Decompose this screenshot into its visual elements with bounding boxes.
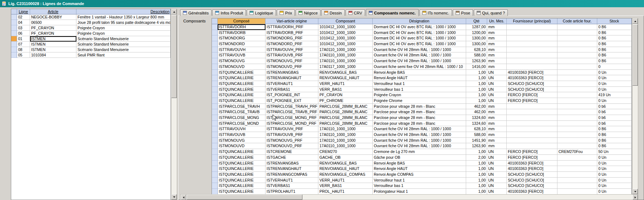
cell-ligne[interactable]: 02 <box>17 14 30 20</box>
cell-designation[interactable]: Poignée Crayon <box>373 92 466 98</box>
component-row[interactable]: ISTQUINCAILLERIEISTPROLHAUT1PROL_HAUT1Pr… <box>212 189 632 195</box>
cell-stock[interactable]: 0 B6 <box>597 41 632 47</box>
cell-qte[interactable]: 1287,00 <box>466 24 487 30</box>
cell-vari-article-origine[interactable]: ISTPARCLOSE_MOND_PRF <box>265 121 318 127</box>
cell-designation[interactable]: Ouvrant fiche OV HI 28mm RAL : 1000 / 10… <box>373 132 466 138</box>
cell-qte[interactable]: 588,00 <box>466 52 487 58</box>
cell-designation[interactable]: Ouvrant fiche OV HI 28mm RAL : 1000 / 10… <box>373 126 466 132</box>
cell-qte[interactable]: 1263,90 <box>466 143 487 149</box>
cell-code-article-four[interactable] <box>557 183 597 189</box>
cell-ligne[interactable]: 05 <box>17 52 30 58</box>
cell-designation[interactable]: Renvoi Angle HAUT <box>373 75 466 81</box>
cell-un-mes[interactable]: mm <box>487 30 507 36</box>
cell-description[interactable]: Poignée Crayon <box>76 31 171 36</box>
cell-fournisseur-principal[interactable]: SCHUCO [SCHUCO] <box>507 172 557 178</box>
order-line-row[interactable]: 0406500Joue 28 profil talon 95 sans patt… <box>11 20 171 25</box>
cell-composant[interactable]: RENVOIANGLE_HAUT <box>318 75 373 81</box>
cell-qte[interactable]: 628,10 <box>466 47 487 53</box>
cell-fournisseur-principal[interactable] <box>507 121 557 127</box>
cell-vari-article-origine[interactable]: ISTMONOUVG_PRF <box>265 138 318 144</box>
cell-code-article-four[interactable] <box>557 58 597 64</box>
cell-stock[interactable]: 0 Un <box>597 155 632 161</box>
cell-stock[interactable]: 0 B6 <box>597 126 632 132</box>
cell-un-mes[interactable]: UN <box>487 81 507 87</box>
tab-negoce[interactable]: Négoce <box>296 9 321 16</box>
cell-qte[interactable]: 1,00 <box>466 92 487 98</box>
tab-logistique[interactable]: Logistique <box>247 9 276 16</box>
tab-crv[interactable]: CRV <box>346 9 365 16</box>
cell-qte[interactable]: 1,00 <box>466 161 487 166</box>
cell-stock[interactable]: 0 B6 <box>597 143 632 149</box>
cell-composant[interactable]: 1010412_1000_1000 <box>318 35 373 41</box>
cell-composant[interactable]: 1010412_1000_1000 <box>318 41 373 47</box>
cell-qte[interactable]: 1416,00 <box>466 64 487 70</box>
cell-qte[interactable]: 1,00 <box>466 81 487 87</box>
cell-designation[interactable]: Ouvrant fiche OV HI 28mm RAL : 1000 / 10… <box>373 52 466 58</box>
cell-designation[interactable]: Dormant DC HI OV avec BTC RAL : 1000 / 1… <box>373 24 466 30</box>
cell-description[interactable]: Seuil PMR filant <box>76 52 171 58</box>
cell-un-mes[interactable]: mm <box>487 143 507 149</box>
row-selector[interactable] <box>11 20 17 25</box>
cell-stock[interactable]: 0 B6 <box>597 52 632 58</box>
row-selector[interactable] <box>212 24 218 30</box>
cell-code-article-four[interactable] <box>557 24 597 30</box>
cell-composant[interactable]: PF_CRAYON <box>318 92 373 98</box>
component-row[interactable]: ISTMONDORGISTMONDORG_PRF1010412_1000_100… <box>212 35 632 41</box>
cell-stock[interactable]: 0 B6 <box>597 24 632 30</box>
cell-qte[interactable]: 2,00 <box>466 155 487 161</box>
row-selector[interactable] <box>212 161 218 166</box>
cell-un-mes[interactable]: UN <box>487 189 507 195</box>
cell-vari-article-origine[interactable]: ISTTRAVOUVH_PRF <box>265 126 318 132</box>
cell-fournisseur-principal[interactable] <box>507 41 557 47</box>
cell-compose[interactable]: ISTMONDORG <box>218 35 265 41</box>
cell-vari-article-origine[interactable]: ISTRENVANGBAS <box>265 70 318 76</box>
column-header-code-article-four[interactable]: Code article four. <box>557 18 597 24</box>
cell-description[interactable]: Scénario Standard Menuiserie <box>76 42 171 47</box>
cell-compose[interactable]: ISTQUINCAILLERIE <box>218 189 265 195</box>
cell-composant[interactable]: 17A0110_1000_1000 <box>318 138 373 144</box>
row-selector[interactable] <box>11 42 17 47</box>
title-bar[interactable]: Lig. C231100028 : Lignes de Commande <box>0 0 644 7</box>
cell-qte[interactable]: 628,10 <box>466 126 487 132</box>
cell-qte[interactable]: 462,00 <box>466 104 487 110</box>
cell-code-article-four[interactable] <box>557 161 597 166</box>
cell-vari-article-origine[interactable]: ISTMONDORG_PRF <box>265 35 318 41</box>
cell-compose[interactable]: ISTTRAVDORB <box>218 30 265 36</box>
cell-ligne[interactable]: 07 <box>17 42 30 47</box>
cell-qte[interactable]: 1300,00 <box>466 41 487 47</box>
cell-vari-article-origine[interactable]: ISTTRAVDORB_PRF <box>265 30 318 36</box>
cell-qte[interactable]: 1324,60 <box>466 115 487 121</box>
component-row[interactable]: ISTQUINCAILLERIEISTRENVANGCOMPASRENVOIAN… <box>212 172 632 178</box>
component-row[interactable]: ISTMONOUVGISTMONOUVG_PRF17A0110_1000_100… <box>212 58 632 64</box>
tab-generalites[interactable]: Généralités <box>180 9 212 16</box>
cell-stock[interactable]: 0 b6 <box>597 109 632 115</box>
cell-stock[interactable]: 0 B6 <box>597 47 632 53</box>
cell-fournisseur-principal[interactable]: FERCO [FERCO] <box>507 92 557 98</box>
cell-stock[interactable]: 0 b6 <box>597 104 632 110</box>
scrollbar-thumb[interactable] <box>171 15 177 98</box>
tab-its-nomenc[interactable]: ITs nomenc. <box>419 9 452 16</box>
cell-vari-article-origine[interactable]: ISTPARCLOSE_TRAVB_PRF <box>265 109 318 115</box>
cell-qte[interactable]: 1,00 <box>466 172 487 178</box>
row-selector[interactable] <box>212 87 218 93</box>
cell-compose[interactable]: ISTMONOUVG <box>218 138 265 144</box>
cell-stock[interactable]: 50 Un <box>597 149 632 155</box>
cell-designation[interactable]: Renvoi Angle BAS <box>373 161 466 166</box>
cell-compose[interactable]: ISTPARCLOSE_TRAVH <box>218 104 265 110</box>
cell-compose[interactable]: ISTQUINCAILLERIE <box>218 92 265 98</box>
cell-fournisseur-principal[interactable] <box>507 132 557 138</box>
component-row[interactable]: ISTMONDORDISTMONDORD_PRF1010412_1000_100… <box>212 41 632 47</box>
cell-fournisseur-principal[interactable] <box>507 47 557 53</box>
cell-qte[interactable]: 1324,60 <box>466 121 487 127</box>
cell-compose[interactable]: ISTQUINCAILLERIE <box>218 149 265 155</box>
cell-fournisseur-principal[interactable]: SCHUCO [SCHUCO] <box>507 183 557 189</box>
cell-un-mes[interactable]: UN <box>487 155 507 161</box>
column-header-designation[interactable]: Désignation <box>373 18 466 24</box>
order-line-row[interactable]: 07ISTMENScénario Standard Menuiserie <box>11 42 171 47</box>
cell-vari-article-origine[interactable]: ISTVERBAS1 <box>265 183 318 189</box>
row-selector[interactable] <box>212 149 218 155</box>
cell-designation[interactable]: Parclose pour vitrage 28 mm - Blanc <box>373 109 466 115</box>
cell-vari-article-origine[interactable]: ISTMONDORD_PRF <box>265 41 318 47</box>
component-row[interactable]: ISTQUINCAILLERIEIST_POIGNEE_EXTPF_CHROME… <box>212 98 632 104</box>
cell-designation[interactable]: Dormant DC HI OV avec BTC RAL : 1000 / 1… <box>373 41 466 47</box>
